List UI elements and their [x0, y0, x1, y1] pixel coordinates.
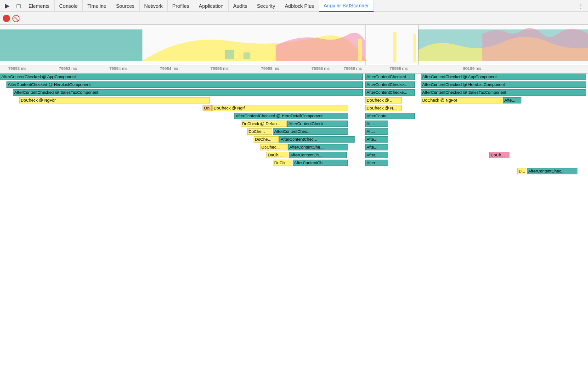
flame-bar[interactable]: AfterContentChecked ...	[365, 74, 415, 80]
flame-bar[interactable]: AfterContentChec...	[273, 128, 348, 135]
flame-bar[interactable]: DoCheck @ N...	[365, 105, 402, 111]
flame-bar[interactable]: DoCh...	[273, 160, 292, 166]
svg-rect-2	[225, 50, 234, 59]
svg-rect-5	[365, 25, 366, 65]
tab-angular-batscanner[interactable]: Angular BatScanner	[319, 0, 374, 12]
svg-rect-1	[0, 50, 142, 61]
flame-bar[interactable]: Aft...	[365, 121, 388, 127]
flame-bar[interactable]: AfterContentChecked @ HeroListComponent	[6, 81, 363, 88]
flame-bar[interactable]: AfterContentChecked @ SalesTaxComponent	[421, 89, 586, 96]
flame-bar[interactable]: After...	[365, 152, 388, 158]
record-bar: 🚫	[0, 12, 588, 25]
flame-content: AfterContentChecked @ AppComponentAfterC…	[0, 74, 588, 220]
flame-bar[interactable]: AfterContentChecked @ HeroListComponent	[421, 81, 586, 88]
clear-button[interactable]: 🚫	[12, 15, 19, 22]
tab-network[interactable]: Network	[140, 0, 168, 12]
flame-bar[interactable]: DoCheck @ NgFor	[421, 97, 513, 104]
flame-bar[interactable]: AfterContentChe...	[288, 144, 348, 150]
svg-rect-6	[418, 25, 419, 65]
flame-bar[interactable]: D...	[517, 168, 526, 174]
tab-audits[interactable]: Audits	[229, 0, 253, 12]
record-button[interactable]	[3, 15, 10, 22]
svg-rect-7	[358, 39, 362, 62]
tab-bar: ElementsConsoleTimelineSourcesNetworkPro…	[24, 0, 575, 12]
flame-bar[interactable]: DoCh...	[489, 152, 509, 158]
flame-bar[interactable]: AfterContentChec...	[279, 136, 355, 143]
flame-bar[interactable]: DoChe...	[247, 128, 272, 135]
flame-bar[interactable]: On...	[203, 105, 212, 111]
flame-bar[interactable]: DoChec...	[260, 144, 288, 150]
flame-bar[interactable]: Afte...	[503, 97, 521, 104]
flame-bar[interactable]: AfterContentChecked @ AppComponent	[0, 74, 363, 80]
tab-elements[interactable]: Elements	[24, 0, 55, 12]
flame-bar[interactable]: DoCheck @ Defau...	[241, 121, 287, 127]
flame-bar[interactable]: DoCheck @ NgFor	[19, 97, 210, 104]
flame-bar[interactable]: AfterConte...	[365, 113, 415, 119]
ruler-tick: 79954 ms	[109, 66, 128, 71]
flame-bar[interactable]: DoCheck @ NgIf	[212, 105, 348, 111]
svg-rect-8	[393, 32, 396, 62]
tab-profiles[interactable]: Profiles	[168, 0, 194, 12]
tab-console[interactable]: Console	[55, 0, 83, 12]
flame-bar[interactable]: AfterContentCheck...	[287, 121, 348, 127]
toolbar-right: ⋮	[575, 0, 586, 12]
flame-bar[interactable]: AfterContentChecked @ SalesTaxComponent	[13, 89, 363, 96]
flame-bar[interactable]: AfterContentCh...	[293, 160, 348, 166]
ruler-tick: 79953 ms	[59, 66, 77, 71]
ruler-tick: 80169 ms	[463, 66, 481, 71]
flame-bar[interactable]: AfterContentChecked @ HeroDetailComponen…	[234, 113, 348, 119]
tab-sources[interactable]: Sources	[111, 0, 139, 12]
svg-rect-9	[413, 34, 416, 62]
ruler-tick: 79954 ms	[160, 66, 178, 71]
time-ruler: 79953 ms79953 ms79954 ms79954 ms79955 ms…	[0, 65, 588, 74]
flame-bar[interactable]: Afte...	[365, 136, 388, 143]
flame-area[interactable]: AfterContentChecked @ AppComponentAfterC…	[0, 74, 588, 368]
flame-bar[interactable]: DoCheck @ ...	[365, 97, 402, 104]
flame-bar[interactable]: AfterContentChecked @ AppComponent	[421, 74, 586, 80]
flame-bar[interactable]: DoChe...	[254, 136, 279, 143]
ruler-tick: 79958 ms	[344, 66, 362, 71]
overview-svg	[0, 25, 588, 65]
ruler-tick: 79958 ms	[390, 66, 408, 71]
svg-rect-3	[243, 52, 250, 59]
inspect-element-icon[interactable]: ▶	[2, 0, 13, 12]
flame-bar[interactable]: AfterContentCh...	[289, 152, 347, 158]
tab-security[interactable]: Security	[252, 0, 280, 12]
ruler-tick: 79955 ms	[261, 66, 279, 71]
flame-bar[interactable]: AfterContentChecke...	[365, 81, 415, 88]
tab-application[interactable]: Application	[194, 0, 229, 12]
tab-adblock-plus[interactable]: Adblock Plus	[280, 0, 319, 12]
devtools-toolbar: ▶ ◻ ElementsConsoleTimelineSourcesNetwor…	[0, 0, 588, 12]
ruler-tick: 79953 ms	[8, 66, 27, 71]
flame-bar[interactable]: AfterContentChec...	[527, 168, 577, 174]
flame-bar[interactable]: Afte...	[365, 144, 388, 150]
flame-bar[interactable]: After...	[365, 160, 388, 166]
ruler-tick: 79955 ms	[210, 66, 229, 71]
more-tools-icon[interactable]: ⋮	[575, 0, 586, 12]
flame-bar[interactable]: AfterContentChecke...	[365, 89, 415, 96]
flame-bar[interactable]: DoCh...	[266, 152, 288, 158]
ruler-tick: 79956 ms	[311, 66, 330, 71]
flame-bar[interactable]: Aft...	[365, 128, 388, 135]
tab-timeline[interactable]: Timeline	[83, 0, 111, 12]
timeline-overview[interactable]	[0, 25, 588, 65]
device-mode-icon[interactable]: ◻	[13, 0, 24, 12]
